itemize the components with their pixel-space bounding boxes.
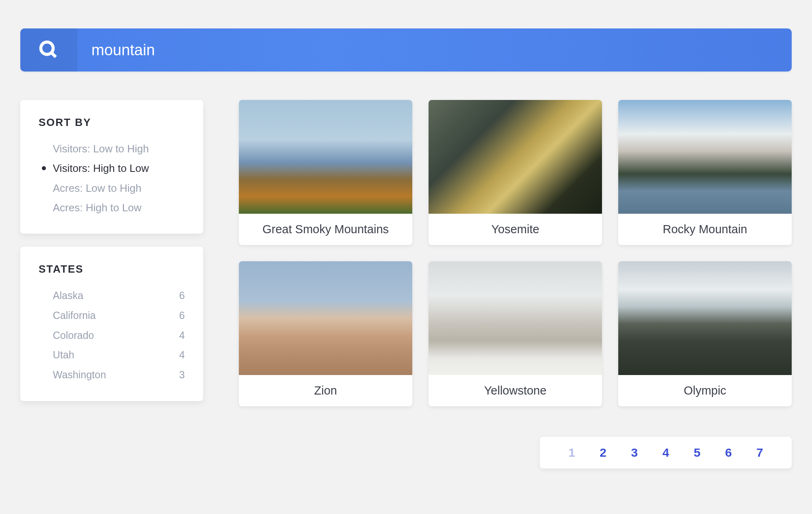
card-title: Zion: [239, 375, 412, 406]
search-icon: [38, 39, 59, 61]
page-4[interactable]: 4: [658, 446, 673, 460]
state-count: 3: [179, 367, 185, 383]
sort-option-acres-low-high[interactable]: Acres: Low to High: [39, 178, 185, 198]
card-image: [429, 261, 602, 375]
result-card-rocky-mountain[interactable]: Rocky Mountain: [618, 100, 792, 245]
card-image: [429, 100, 602, 214]
state-count: 4: [179, 347, 185, 363]
card-image: [239, 261, 412, 375]
search-icon-container[interactable]: [20, 28, 77, 72]
card-title: Great Smoky Mountains: [239, 214, 412, 245]
state-item-utah[interactable]: Utah 4: [39, 345, 185, 365]
card-title: Olympic: [618, 375, 792, 406]
pagination: 1 2 3 4 5 6 7: [540, 437, 792, 468]
card-title: Rocky Mountain: [618, 214, 792, 245]
states-title: STATES: [39, 263, 185, 275]
state-name: Colorado: [53, 327, 94, 343]
result-card-great-smoky-mountains[interactable]: Great Smoky Mountains: [239, 100, 412, 245]
state-list: Alaska 6 California 6 Colorado 4 Utah 4: [39, 286, 185, 385]
page-5[interactable]: 5: [690, 446, 705, 460]
result-card-yosemite[interactable]: Yosemite: [429, 100, 602, 245]
state-name: Utah: [53, 347, 74, 363]
sort-list: Visitors: Low to High Visitors: High to …: [39, 139, 185, 217]
state-name: Alaska: [53, 288, 83, 304]
state-item-washington[interactable]: Washington 3: [39, 365, 185, 385]
state-item-california[interactable]: California 6: [39, 306, 185, 325]
page-7[interactable]: 7: [752, 446, 767, 460]
card-title: Yellowstone: [429, 375, 602, 406]
state-item-colorado[interactable]: Colorado 4: [39, 325, 185, 345]
sort-panel: SORT BY Visitors: Low to High Visitors: …: [20, 100, 203, 234]
state-name: Washington: [53, 367, 106, 383]
page-2[interactable]: 2: [595, 446, 611, 460]
page-6[interactable]: 6: [721, 446, 736, 460]
card-image: [239, 100, 412, 214]
sort-option-visitors-low-high[interactable]: Visitors: Low to High: [39, 139, 185, 158]
svg-line-1: [52, 53, 56, 57]
search-bar: [20, 28, 792, 72]
state-name: California: [53, 308, 96, 323]
svg-point-0: [41, 42, 53, 54]
sidebar: SORT BY Visitors: Low to High Visitors: …: [20, 100, 203, 468]
search-input[interactable]: [77, 28, 792, 72]
state-count: 6: [179, 288, 185, 304]
results-area: Great Smoky Mountains Yosemite Rocky Mou…: [239, 100, 792, 468]
result-card-zion[interactable]: Zion: [239, 261, 412, 406]
card-image: [618, 261, 792, 375]
state-count: 6: [179, 308, 185, 323]
result-card-olympic[interactable]: Olympic: [618, 261, 792, 406]
page-3[interactable]: 3: [627, 446, 642, 460]
state-item-alaska[interactable]: Alaska 6: [39, 286, 185, 306]
card-image: [618, 100, 792, 214]
states-panel: STATES Alaska 6 California 6 Colorado 4: [20, 247, 203, 401]
sort-title: SORT BY: [39, 116, 185, 129]
results-grid: Great Smoky Mountains Yosemite Rocky Mou…: [239, 100, 792, 406]
page-1: 1: [564, 446, 579, 460]
sort-option-visitors-high-low[interactable]: Visitors: High to Low: [39, 158, 185, 178]
card-title: Yosemite: [429, 214, 602, 245]
state-count: 4: [179, 327, 185, 343]
result-card-yellowstone[interactable]: Yellowstone: [429, 261, 602, 406]
sort-option-acres-high-low[interactable]: Acres: High to Low: [39, 198, 185, 217]
